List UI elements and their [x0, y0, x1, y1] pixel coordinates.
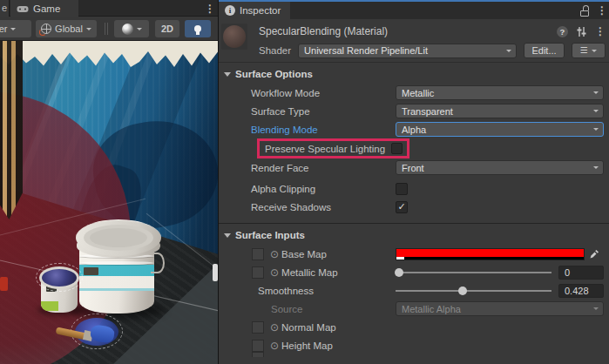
object-picker-icon[interactable]: ⊙: [270, 340, 279, 351]
gamepad-icon: [17, 4, 29, 13]
metallic-map-texture-slot[interactable]: [252, 266, 264, 279]
row-receive-shadows: Receive Shadows ✓: [219, 198, 609, 216]
scene-viewport[interactable]: [0, 41, 218, 364]
tab-game[interactable]: Game: [10, 0, 78, 17]
render-face-value: Front: [402, 163, 424, 173]
tab-inspector[interactable]: i Inspector: [219, 2, 290, 19]
row-alpha-clipping: Alpha Clipping ✓: [219, 179, 609, 198]
alpha-bar: [396, 257, 584, 260]
edit-button-label: Edit...: [531, 45, 556, 56]
shaded-sphere-icon: [122, 24, 133, 35]
foldout-open-icon: [224, 233, 231, 238]
material-title: SpecularBlending (Material): [259, 25, 557, 37]
globe-icon: [41, 24, 51, 34]
height-map-labelgroup: ⊙ Height Map: [219, 340, 396, 352]
object-picker-icon[interactable]: ⊙: [270, 267, 279, 278]
smoothness-slider[interactable]: [396, 285, 551, 297]
alpha-clipping-checkbox[interactable]: ✓: [396, 183, 408, 195]
shader-label: Shader: [259, 45, 291, 56]
blending-mode-value: Alpha: [402, 125, 426, 135]
workflow-mode-label: Workflow Mode: [219, 88, 396, 98]
chevron-down-icon: [593, 91, 599, 94]
tab-inspector-label: Inspector: [240, 5, 281, 16]
draw-mode-button[interactable]: [114, 20, 149, 37]
section-divider: [219, 223, 609, 224]
pivot-center-button[interactable]: ter: [0, 20, 31, 37]
game-panel-menu-icon[interactable]: ⋮: [205, 0, 215, 17]
red-object-sliver: [0, 277, 8, 291]
shader-menu-button[interactable]: ☰: [572, 43, 606, 58]
global-label: Global: [55, 24, 83, 34]
chevron-down-icon: [137, 28, 142, 30]
inspector-tab-bar: i Inspector ⋮: [219, 2, 609, 19]
game-view-panel: e Game ⋮ ter Global: [0, 0, 218, 364]
surface-type-value: Transparent: [402, 106, 453, 117]
smoothness-label: Smoothness: [219, 286, 396, 296]
chevron-down-icon: [593, 307, 599, 310]
help-icon[interactable]: ?: [557, 26, 568, 37]
tab-game-label: Game: [33, 3, 60, 14]
metallic-slider-handle[interactable]: [395, 268, 403, 277]
shader-dropdown-value: Universal Render Pipeline/Lit: [304, 45, 428, 56]
global-local-button[interactable]: Global: [36, 20, 97, 37]
chevron-down-icon: [593, 110, 599, 112]
material-preview-sphere: [223, 25, 246, 48]
metallic-slider[interactable]: [396, 266, 551, 279]
object-picker-icon[interactable]: ⊙: [270, 322, 279, 333]
inspector-panel: i Inspector ⋮ SpecularBlending (Material…: [218, 0, 609, 364]
shader-dropdown[interactable]: Universal Render Pipeline/Lit: [298, 44, 517, 58]
blending-mode-dropdown[interactable]: Alpha: [396, 122, 604, 137]
inspector-menu-icon[interactable]: ⋮: [597, 5, 607, 16]
hamburger-icon: ☰: [580, 46, 588, 55]
chevron-down-icon: [592, 50, 597, 52]
material-preview-thumbnail[interactable]: [221, 24, 247, 50]
source-value: Metallic Alpha: [402, 304, 461, 314]
eyedropper-icon: [589, 249, 599, 260]
row-metallic-map: ⊙ Metallic Map 0: [219, 263, 609, 281]
section-surface-options[interactable]: Surface Options: [219, 64, 609, 84]
source-dropdown: Metallic Alpha: [396, 301, 604, 316]
section-surface-inputs[interactable]: Surface Inputs: [219, 226, 609, 245]
alpha-clipping-label: Alpha Clipping: [219, 184, 396, 194]
base-map-texture-slot[interactable]: [252, 248, 264, 260]
check-icon: ✓: [397, 201, 405, 212]
row-height-map: ⊙ Height Map: [219, 336, 609, 354]
material-header: SpecularBlending (Material) ? ⋮ Shader U…: [219, 19, 609, 63]
base-map-color-swatch[interactable]: [396, 248, 585, 260]
smoothness-value-field[interactable]: 0.428: [558, 284, 604, 298]
receive-shadows-checkbox[interactable]: ✓: [396, 201, 408, 213]
edit-shader-button[interactable]: Edit...: [524, 43, 564, 58]
preserve-specular-checkbox[interactable]: ✓: [391, 143, 403, 154]
row-preserve-specular: Preserve Specular Lighting ✓: [219, 138, 609, 158]
blending-mode-label: Blending Mode: [219, 125, 396, 135]
scene-lighting-toggle-button[interactable]: [185, 20, 211, 37]
smoothness-slider-handle[interactable]: [458, 286, 467, 295]
height-map-label: Height Map: [281, 340, 333, 351]
preserve-specular-highlight-box: Preserve Specular Lighting ✓: [257, 138, 409, 158]
inspector-body: Surface Options Workflow Mode Metallic S…: [219, 64, 609, 354]
normal-map-texture-slot[interactable]: [252, 321, 264, 334]
2d-toggle-button[interactable]: 2D: [155, 20, 179, 37]
source-label: Source: [219, 304, 396, 314]
metallic-value-field[interactable]: 0: [558, 266, 604, 280]
lock-icon[interactable]: [580, 5, 590, 17]
render-face-dropdown[interactable]: Front: [396, 160, 604, 175]
eyedropper-button[interactable]: [585, 247, 604, 261]
section-surface-options-title: Surface Options: [235, 69, 313, 79]
row-base-map: ⊙ Base Map: [219, 245, 609, 263]
tab-scene-partial[interactable]: e: [0, 0, 10, 17]
base-map-labelgroup: ⊙ Base Map: [219, 248, 396, 260]
2d-label: 2D: [161, 24, 173, 34]
workflow-mode-dropdown[interactable]: Metallic: [396, 85, 604, 100]
preserve-specular-label: Preserve Specular Lighting: [265, 144, 385, 154]
metallic-map-label: Metallic Map: [281, 267, 338, 278]
surface-type-dropdown[interactable]: Transparent: [396, 104, 604, 118]
row-normal-map: ⊙ Normal Map: [219, 318, 609, 336]
height-map-texture-slot[interactable]: [252, 340, 264, 352]
presets-icon[interactable]: [576, 26, 587, 37]
surface-type-label: Surface Type: [219, 106, 396, 117]
unity-editor-window: e Game ⋮ ter Global: [0, 0, 609, 364]
object-picker-icon[interactable]: ⊙: [270, 249, 279, 260]
paint-bucket: [76, 219, 163, 319]
material-menu-icon[interactable]: ⋮: [595, 26, 606, 37]
